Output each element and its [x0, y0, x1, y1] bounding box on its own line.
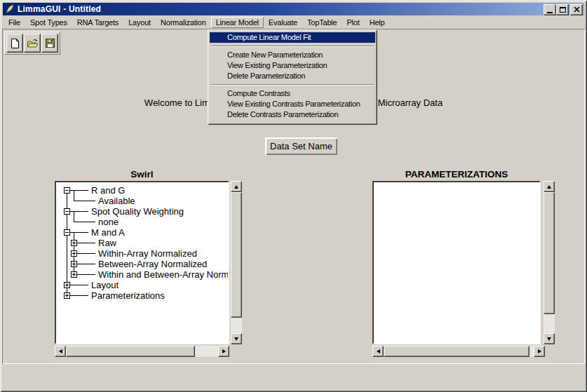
menu-item-compute-linear-model-fit[interactable]: Compute Linear Model Fit — [210, 32, 375, 43]
scrollbar-thumb[interactable] — [544, 192, 555, 314]
menu-spot-types[interactable]: Spot Types — [25, 17, 72, 28]
minimize-icon — [547, 12, 553, 13]
menu-item-create-new-parameterization[interactable]: Create New Parameterization — [210, 50, 375, 60]
collapse-toggle-icon[interactable] — [64, 229, 70, 236]
tree-item-between-array-normalized[interactable]: Between-Array Normalized — [58, 259, 227, 269]
tree-item-label: Spot Quality Weighting — [91, 206, 184, 217]
close-button[interactable] — [570, 4, 583, 15]
arrow-left-icon — [59, 349, 62, 353]
tree-item-within-array-normalized[interactable]: Within-Array Normalized — [58, 248, 227, 259]
scroll-down-button[interactable] — [231, 333, 242, 344]
tree-item-label: none — [98, 217, 119, 227]
tree-connector-line — [70, 295, 88, 296]
arrow-left-icon — [377, 349, 380, 353]
minimize-button[interactable] — [544, 4, 556, 15]
menu-toptable[interactable]: TopTable — [302, 17, 342, 28]
scroll-right-button[interactable] — [534, 346, 545, 357]
maximize-icon — [560, 7, 566, 13]
tree-item-layout[interactable]: Layout — [58, 280, 227, 290]
tree-item-within-and-between-array-norm[interactable]: Within and Between-Array Norm — [58, 269, 227, 280]
menu-item-compute-contrasts[interactable]: Compute Contrasts — [210, 88, 375, 99]
menu-normalization[interactable]: Normalization — [156, 17, 211, 28]
tree-item-spot-quality-weighting[interactable]: Spot Quality Weighting — [58, 206, 227, 217]
tree-item-available[interactable]: Available — [58, 196, 227, 206]
expand-toggle-icon[interactable] — [64, 282, 70, 288]
expand-toggle-icon[interactable] — [71, 240, 77, 246]
menu-separator — [210, 43, 375, 50]
scrollbar-thumb[interactable] — [384, 346, 529, 357]
menu-item-delete-parameterization[interactable]: Delete Parameterization — [210, 71, 375, 81]
expand-toggle-icon[interactable] — [71, 261, 77, 267]
scroll-up-button[interactable] — [231, 181, 242, 192]
dataset-tree-listbox[interactable]: R and GAvailableSpot Quality Weightingno… — [55, 181, 229, 344]
menu-file[interactable]: File — [4, 17, 25, 28]
arrow-up-icon — [234, 185, 238, 189]
left-vertical-scrollbar[interactable] — [231, 181, 242, 344]
arrow-right-icon — [222, 349, 226, 353]
menu-item-view-existing-contrasts-parameterization[interactable]: View Existing Contrasts Parameterization — [210, 99, 375, 109]
tree-connector-line — [74, 222, 95, 222]
data-set-name-button[interactable]: Data Set Name — [265, 137, 337, 155]
tree-item-label: Raw — [98, 238, 116, 248]
tree-item-parameterizations[interactable]: Parameterizations — [58, 290, 227, 301]
menu-item-view-existing-parameterization[interactable]: View Existing Parameterization — [210, 60, 375, 71]
menu-separator — [210, 81, 375, 88]
new-document-icon — [10, 38, 20, 49]
scroll-up-button[interactable] — [544, 181, 555, 192]
scroll-left-button[interactable] — [372, 346, 384, 357]
scroll-left-button[interactable] — [55, 346, 66, 357]
parameterizations-listbox[interactable] — [372, 181, 541, 344]
menu-bar: FileSpot TypesRNA TargetsLayoutNormaliza… — [4, 16, 583, 29]
scrollbar-thumb[interactable] — [231, 192, 242, 318]
right-horizontal-scrollbar[interactable] — [372, 346, 545, 357]
dataset-tree: R and GAvailableSpot Quality Weightingno… — [58, 182, 227, 343]
scroll-right-button[interactable] — [218, 346, 229, 357]
scroll-down-button[interactable] — [544, 333, 555, 344]
tree-connector-line — [70, 190, 88, 191]
new-file-button[interactable] — [6, 34, 23, 53]
tree-item-label: M and A — [91, 227, 125, 238]
expand-toggle-icon[interactable] — [71, 271, 77, 278]
menu-help[interactable]: Help — [365, 17, 390, 28]
tree-connector-line — [77, 253, 95, 254]
tree-connector-line — [70, 211, 88, 212]
collapse-toggle-icon[interactable] — [64, 187, 70, 194]
title-bar[interactable]: LimmaGUI - Untitled — [3, 3, 584, 15]
menu-plot[interactable]: Plot — [342, 17, 364, 28]
scrollbar-thumb[interactable] — [66, 346, 195, 357]
right-vertical-scrollbar[interactable] — [544, 181, 555, 344]
expand-toggle-icon[interactable] — [64, 292, 70, 299]
tree-connector-line — [74, 201, 95, 201]
menu-item-delete-contrasts-parameterization[interactable]: Delete Contrasts Parameterization — [210, 109, 375, 120]
tree-item-m-and-a[interactable]: M and A — [58, 227, 227, 238]
right-panel-title: PARAMETERIZATIONS — [372, 169, 541, 180]
tree-item-raw[interactable]: Raw — [58, 238, 227, 248]
tree-item-none[interactable]: none — [58, 217, 227, 227]
menu-layout[interactable]: Layout — [123, 17, 156, 28]
tree-item-label: Parameterizations — [91, 290, 165, 301]
tree-connector-line — [70, 232, 88, 233]
tree-connector-line — [77, 243, 95, 243]
arrow-right-icon — [538, 349, 541, 353]
menu-evaluate[interactable]: Evaluate — [264, 17, 302, 28]
collapse-toggle-icon[interactable] — [64, 208, 70, 215]
tree-connector-line — [77, 274, 95, 275]
tree-connector-line — [77, 264, 95, 264]
toolbar — [4, 32, 60, 55]
save-file-button[interactable] — [41, 34, 58, 53]
window-controls — [544, 4, 583, 15]
menu-linear-model[interactable]: Linear Model — [211, 17, 264, 28]
arrow-down-icon — [547, 337, 551, 341]
save-floppy-icon — [45, 38, 55, 48]
expand-toggle-icon[interactable] — [71, 250, 77, 257]
open-file-button[interactable] — [24, 34, 41, 53]
tree-item-label: Within and Between-Array Norm — [98, 269, 229, 280]
left-horizontal-scrollbar[interactable] — [55, 346, 229, 357]
tree-item-label: Layout — [91, 280, 119, 290]
maximize-button[interactable] — [556, 4, 569, 15]
menu-rna-targets[interactable]: RNA Targets — [72, 17, 123, 28]
tree-item-label: Between-Array Normalized — [98, 259, 207, 269]
tree-item-r-and-g[interactable]: R and G — [58, 185, 227, 196]
arrow-down-icon — [234, 337, 238, 341]
tree-item-label: Within-Array Normalized — [98, 248, 197, 259]
